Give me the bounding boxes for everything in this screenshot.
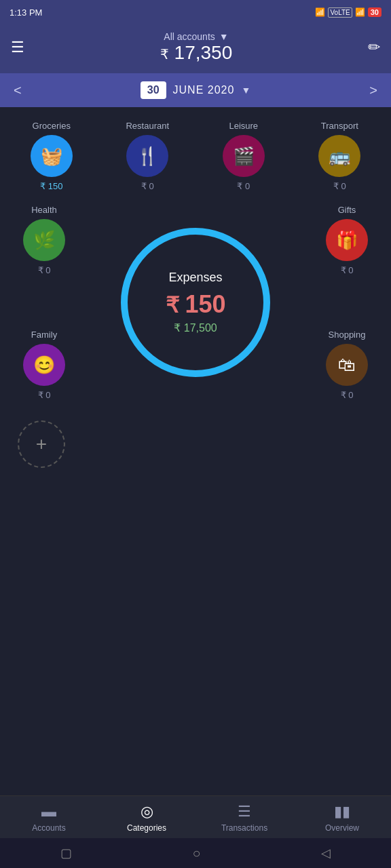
category-icon-health: 🌿	[23, 219, 65, 261]
android-nav-bar: ▢ ○ ◁	[0, 838, 391, 868]
expense-amount: 150	[185, 290, 225, 318]
middle-section: Health 🌿 ₹ 0 Family 😊 ₹ 0 Expenses ₹ 150…	[7, 205, 384, 400]
category-amount-groceries: ₹ 150	[40, 181, 62, 191]
date-center: 30 JUNE 2020 ▼	[141, 81, 250, 99]
category-label-family: Family	[31, 330, 57, 340]
bottom-nav: ▬ Accounts ◎ Categories ☰ Transactions ▮…	[0, 795, 391, 838]
prev-month-button[interactable]: <	[14, 83, 22, 98]
category-label-shopping: Shopping	[329, 330, 366, 340]
nav-label-transactions: Transactions	[221, 823, 267, 833]
time: 1:13 PM	[10, 7, 42, 18]
account-label: All accounts	[164, 31, 215, 42]
category-amount-family: ₹ 0	[38, 390, 51, 400]
battery-badge: 30	[368, 7, 381, 17]
category-label-transport: Transport	[321, 121, 358, 131]
remaining-rupee: ₹	[174, 322, 181, 334]
add-icon: +	[36, 433, 47, 455]
recent-apps-button[interactable]: ▢	[60, 846, 72, 861]
remaining-amount: 17,500	[184, 322, 217, 334]
category-label-restaurant: Restaurant	[126, 121, 169, 131]
nav-label-categories: Categories	[127, 823, 166, 833]
nav-item-categories[interactable]: ◎ Categories	[98, 803, 196, 833]
category-item-groceries[interactable]: Groceries 🧺 ₹ 150	[7, 121, 96, 191]
rupee-symbol: ₹	[160, 47, 169, 62]
category-label-gifts: Gifts	[338, 205, 356, 215]
nav-icon-overview: ▮▮	[334, 803, 350, 821]
category-item-health[interactable]: Health 🌿 ₹ 0	[23, 205, 65, 275]
category-label-groceries: Groceries	[33, 121, 71, 131]
header: ☰ All accounts ▼ ₹ 17,350 ✏	[0, 24, 391, 73]
status-left: 1:13 PM	[10, 7, 42, 18]
category-item-transport[interactable]: Transport 🚌 ₹ 0	[295, 121, 385, 191]
month-year-display: JUNE 2020	[173, 84, 235, 96]
dropdown-arrow: ▼	[219, 31, 229, 42]
nav-label-overview: Overview	[325, 823, 359, 833]
status-right: 📶 VoLTE 📶 30	[315, 7, 381, 18]
nav-item-accounts[interactable]: ▬ Accounts	[0, 803, 98, 833]
back-button[interactable]: ◁	[321, 846, 331, 861]
category-item-leisure[interactable]: Leisure 🎬 ₹ 0	[199, 121, 288, 191]
category-item-restaurant[interactable]: Restaurant 🍴 ₹ 0	[103, 121, 193, 191]
nav-item-transactions[interactable]: ☰ Transactions	[196, 803, 293, 833]
expense-title: Expenses	[166, 271, 226, 285]
category-amount-health: ₹ 0	[38, 265, 51, 275]
left-side-categories: Health 🌿 ₹ 0 Family 😊 ₹ 0	[7, 205, 81, 400]
category-icon-family: 😊	[23, 344, 65, 386]
expense-remaining: ₹ 17,500	[166, 321, 226, 334]
category-amount-restaurant: ₹ 0	[141, 181, 154, 191]
next-month-button[interactable]: >	[369, 83, 377, 98]
edit-button[interactable]: ✏	[368, 39, 380, 56]
expense-spent: ₹ 150	[166, 290, 226, 319]
nav-item-overview[interactable]: ▮▮ Overview	[293, 803, 391, 833]
category-amount-shopping: ₹ 0	[341, 390, 354, 400]
expense-circle-container: Expenses ₹ 150 ₹ 17,500	[121, 228, 270, 377]
expense-info: Expenses ₹ 150 ₹ 17,500	[166, 271, 226, 334]
category-icon-transport: 🚌	[318, 135, 360, 177]
category-icon-groceries: 🧺	[31, 135, 73, 177]
account-selector[interactable]: All accounts ▼	[160, 31, 232, 42]
category-icon-gifts: 🎁	[326, 219, 368, 261]
category-amount-gifts: ₹ 0	[341, 265, 354, 275]
volte-icon: VoLTE	[328, 7, 352, 18]
category-label-leisure: Leisure	[229, 121, 258, 131]
top-categories-grid: Groceries 🧺 ₹ 150 Restaurant 🍴 ₹ 0 Leisu…	[7, 121, 384, 191]
category-amount-transport: ₹ 0	[333, 181, 346, 191]
category-item-gifts[interactable]: Gifts 🎁 ₹ 0	[326, 205, 368, 275]
day-display: 30	[141, 81, 166, 99]
right-side-categories: Gifts 🎁 ₹ 0 Shopping 🛍 ₹ 0	[310, 205, 384, 400]
nav-icon-categories: ◎	[141, 803, 153, 821]
amount-value: 17,350	[174, 42, 233, 63]
signal-icon: 📶	[315, 7, 325, 17]
category-item-family[interactable]: Family 😊 ₹ 0	[23, 330, 65, 400]
category-amount-leisure: ₹ 0	[237, 181, 250, 191]
header-center: All accounts ▼ ₹ 17,350	[160, 31, 232, 64]
category-label-health: Health	[31, 205, 57, 215]
category-icon-restaurant: 🍴	[126, 135, 168, 177]
menu-button[interactable]: ☰	[11, 39, 24, 56]
nav-icon-accounts: ▬	[41, 803, 56, 821]
total-amount: ₹ 17,350	[160, 42, 232, 64]
category-item-shopping[interactable]: Shopping 🛍 ₹ 0	[326, 330, 368, 400]
home-button[interactable]: ○	[192, 846, 200, 861]
nav-label-accounts: Accounts	[32, 823, 65, 833]
date-dropdown-arrow[interactable]: ▼	[241, 85, 250, 96]
add-category-button[interactable]: +	[18, 420, 65, 468]
wifi-icon: 📶	[355, 7, 365, 17]
nav-icon-transactions: ☰	[238, 803, 251, 821]
main-content: Groceries 🧺 ₹ 150 Restaurant 🍴 ₹ 0 Leisu…	[0, 107, 391, 583]
status-bar: 1:13 PM 📶 VoLTE 📶 30	[0, 0, 391, 24]
date-bar: < 30 JUNE 2020 ▼ >	[0, 73, 391, 107]
category-icon-leisure: 🎬	[223, 135, 265, 177]
expense-rupee: ₹	[166, 293, 179, 317]
category-icon-shopping: 🛍	[326, 344, 368, 386]
